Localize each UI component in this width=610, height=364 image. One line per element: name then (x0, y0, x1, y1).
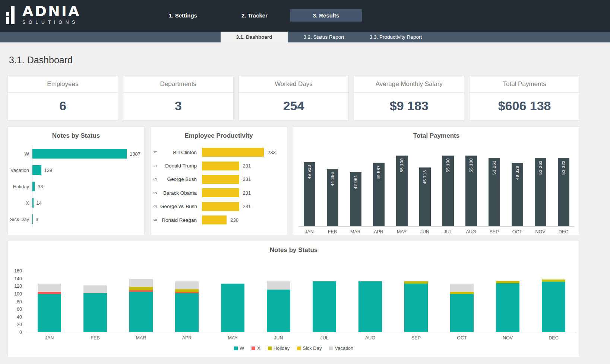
bar-chart-logo-icon (6, 6, 19, 26)
bar (202, 148, 264, 157)
kpi-label: Departments (123, 76, 233, 93)
employee-name: Donald Trump (160, 163, 202, 169)
bar-track: 14 (32, 195, 144, 211)
payment-col-aug: 55 100 (460, 156, 482, 226)
month-label: MAR (345, 229, 366, 234)
kpi-card-2: Worked Days254 (238, 75, 349, 121)
category-label: Holiday (8, 184, 32, 189)
nav-tab--results[interactable]: 3. Results (290, 9, 362, 22)
rank-label: 6 (151, 217, 160, 223)
middle-charts-row: Notes by Status W1387Vacation129Holiday3… (7, 127, 580, 235)
legend-label: Holiday (274, 345, 290, 351)
bar: 49 913 (304, 162, 315, 226)
stack-slot-feb (72, 285, 118, 332)
sub-nav: 3.1. Dashboard3.2. Status Report3.3. Pro… (0, 32, 610, 42)
segment-w (83, 293, 107, 332)
top-nav-bar: ADNIA SOLUTIONS 1. Settings2. Tracker3. … (0, 0, 610, 32)
category-label: Vacation (8, 167, 32, 173)
employee-name: George Bush (160, 176, 202, 182)
month-label: SEP (483, 229, 505, 234)
kpi-row: Employees6Departments3Worked Days254Aver… (7, 75, 580, 121)
value-label: 3 (36, 217, 38, 222)
month-label: OCT (506, 229, 528, 234)
value-label: 231 (243, 176, 251, 182)
month-label: DEC (531, 335, 576, 341)
bar: 53 263 (489, 158, 500, 226)
hbar-row-w: W1387 (8, 146, 144, 162)
nav-tab--tracker[interactable]: 2. Tracker (219, 9, 290, 22)
bar (32, 214, 33, 224)
hbar-row-holiday: Holiday33 (8, 178, 144, 195)
bar-value-label: 44 386 (330, 172, 335, 186)
month-label: FEB (72, 335, 118, 341)
employee-name: George W. Bush (160, 204, 202, 209)
segment-vacation (175, 281, 199, 289)
month-label: MAY (210, 335, 256, 341)
stack-slot-jul (301, 281, 347, 332)
legend-swatch (329, 347, 333, 350)
segment-vacation (129, 279, 153, 287)
category-label: Sick Day (8, 217, 32, 222)
y-tick-100: 100 (8, 291, 22, 297)
month-label: NOV (485, 335, 531, 341)
legend-label: Sick Day (303, 345, 322, 351)
month-label: AUG (347, 335, 393, 341)
stack-slot-jun (256, 281, 301, 332)
stack-slot-jan (26, 284, 72, 332)
rank-label: 5 (151, 177, 160, 182)
bar: 55 100 (465, 156, 477, 226)
segment-w (358, 281, 382, 332)
legend-label: X (257, 345, 260, 351)
stack-slot-mar (118, 279, 164, 332)
stack-slot-aug (347, 281, 393, 332)
month-label: JAN (298, 229, 320, 234)
month-label: DEC (553, 229, 574, 234)
month-label: MAY (391, 229, 413, 234)
month-label: JUN (414, 229, 436, 234)
stacked-bar (83, 285, 107, 332)
chart-title: Total Payments (293, 132, 579, 140)
legend-swatch (234, 347, 238, 350)
legend-label: Vacation (335, 345, 353, 351)
stack-slot-oct (439, 284, 485, 332)
value-label: 230 (230, 217, 238, 223)
month-label: MAR (118, 335, 164, 341)
legend-swatch (268, 347, 272, 350)
nav-tab--settings[interactable]: 1. Settings (147, 9, 219, 22)
y-tick-160: 160 (8, 268, 22, 274)
employee-productivity-chart: 4Bill Clinton2331Donald Trump2315George … (151, 146, 287, 227)
stack-slot-dec (531, 280, 576, 332)
stack-slot-nov (485, 281, 531, 332)
bar-track: 1387 (32, 146, 144, 162)
segment-holiday (175, 290, 199, 292)
stacked-bar (404, 281, 428, 332)
segment-vacation (83, 285, 107, 293)
brand-tagline: SOLUTIONS (22, 20, 80, 25)
segment-w (175, 293, 199, 332)
kpi-value: $606 138 (470, 93, 579, 113)
total-payments-month-axis: JANFEBMARAPRMAYJUNJULAUGSEPOCTNOVDEC (298, 227, 574, 234)
y-tick-120: 120 (8, 284, 22, 289)
notes-by-status-summary-panel: Notes by Status W1387Vacation129Holiday3… (7, 127, 145, 235)
value-label: 231 (243, 204, 251, 209)
sub-tab--productivity-report[interactable]: 3.3. Productivity Report (360, 32, 432, 42)
stacked-bar (129, 279, 153, 332)
sub-tab--status-report[interactable]: 3.2. Status Report (288, 32, 360, 42)
legend-swatch (297, 347, 301, 350)
chart-title: Notes by Status (8, 246, 579, 254)
kpi-card-4: Total Payments$606 138 (469, 75, 580, 121)
bar (32, 165, 41, 175)
value-label: 233 (268, 150, 276, 155)
chart-title: Notes by Status (8, 132, 144, 140)
prod-row-2: 5George Bush231 (151, 173, 287, 186)
payment-col-dec: 53 323 (553, 158, 574, 226)
bar-track: 129 (32, 162, 144, 178)
payment-col-apr: 49 587 (368, 163, 389, 226)
bar (202, 188, 239, 197)
sub-tab--dashboard[interactable]: 3.1. Dashboard (221, 32, 288, 42)
kpi-card-3: Average Monthly Salary$9 183 (354, 75, 464, 121)
y-tick-60: 60 (8, 307, 22, 312)
kpi-value: 6 (8, 93, 118, 113)
kpi-value: $9 183 (354, 93, 464, 113)
prod-row-4: 3George W. Bush231 (151, 200, 287, 213)
